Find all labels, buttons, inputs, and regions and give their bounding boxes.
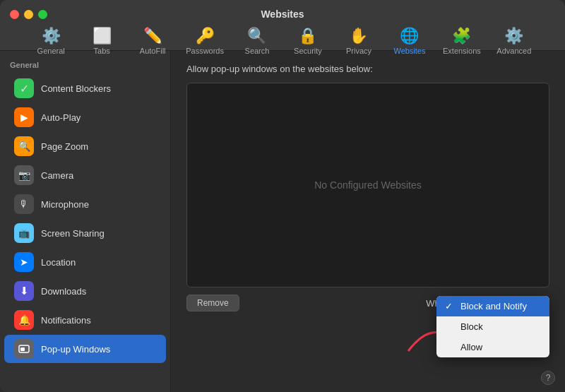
security-icon: 🔒 (298, 27, 317, 45)
dropdown-option-allow[interactable]: Allow (436, 337, 549, 357)
page-zoom-icon: 🔍 (14, 136, 34, 156)
window-title: Websites (261, 8, 304, 20)
toolbar-item-autofill[interactable]: ✏️ AutoFill (128, 24, 177, 58)
screen-sharing-label: Screen Sharing (41, 228, 105, 239)
tabs-label: Tabs (94, 47, 110, 55)
toolbar-item-general[interactable]: ⚙️ General (26, 24, 76, 58)
checkmark-icon: ✓ (445, 301, 456, 311)
popup-windows-icon (14, 339, 34, 359)
minimize-button[interactable] (24, 10, 33, 19)
dropdown-option-block[interactable]: Block (436, 316, 549, 337)
advanced-icon: ⚙️ (504, 27, 523, 45)
sidebar-item-location[interactable]: ➤ Location (4, 248, 166, 276)
sidebar-item-content-blockers[interactable]: ✓ Content Blockers (4, 74, 166, 102)
autofill-label: AutoFill (140, 47, 166, 55)
passwords-icon: 🔑 (196, 27, 215, 45)
title-bar: Websites ⚙️ General ⬜ Tabs ✏️ AutoFill 🔑… (0, 0, 565, 51)
sidebar-item-screen-sharing[interactable]: 📺 Screen Sharing (4, 219, 166, 247)
sidebar-item-notifications[interactable]: 🔔 Notifications (4, 306, 166, 334)
sidebar: General ✓ Content Blockers ▶ Auto-Play 🔍… (0, 51, 171, 392)
sidebar-item-popup-windows[interactable]: Pop-up Windows (4, 335, 166, 363)
extensions-icon: 🧩 (452, 27, 471, 45)
microphone-icon: 🎙 (14, 194, 34, 214)
content-blockers-icon: ✓ (14, 78, 34, 98)
sidebar-item-downloads[interactable]: ⬇ Downloads (4, 277, 166, 305)
allow-label: Allow (460, 342, 482, 352)
content-title: Allow pop-up windows on the websites bel… (186, 64, 549, 74)
sidebar-item-page-zoom[interactable]: 🔍 Page Zoom (4, 132, 166, 160)
remove-button[interactable]: Remove (186, 295, 239, 311)
search-icon: 🔍 (247, 27, 266, 45)
general-icon: ⚙️ (42, 27, 61, 45)
location-label: Location (41, 257, 76, 268)
bottom-bar: Remove When visiting other websites ✓ Bl… (186, 295, 549, 311)
downloads-icon: ⬇ (14, 281, 34, 301)
privacy-icon: ✋ (349, 27, 368, 45)
close-button[interactable] (10, 10, 19, 19)
maximize-button[interactable] (38, 10, 47, 19)
page-zoom-label: Page Zoom (41, 141, 88, 152)
sidebar-item-camera[interactable]: 📷 Camera (4, 161, 166, 189)
tabs-icon: ⬜ (93, 27, 112, 45)
block-label: Block (460, 321, 483, 332)
sidebar-item-microphone[interactable]: 🎙 Microphone (4, 190, 166, 218)
popup-windows-label: Pop-up Windows (41, 344, 110, 355)
camera-label: Camera (41, 170, 73, 181)
empty-state-label: No Configured Websites (314, 179, 421, 191)
no-checkmark-allow (445, 342, 456, 352)
notifications-icon: 🔔 (14, 310, 34, 330)
dropdown-option-block-notify[interactable]: ✓ Block and Notify (436, 296, 549, 316)
autofill-icon: ✏️ (143, 27, 162, 45)
window-controls (10, 10, 47, 19)
downloads-label: Downloads (41, 286, 86, 297)
microphone-label: Microphone (41, 199, 89, 210)
websites-icon: 🌐 (400, 27, 419, 45)
general-label: General (37, 47, 65, 55)
toolbar-item-tabs[interactable]: ⬜ Tabs (77, 24, 126, 58)
notifications-label: Notifications (41, 315, 91, 326)
websites-list: No Configured Websites (186, 83, 549, 287)
location-icon: ➤ (14, 252, 34, 272)
content-blockers-label: Content Blockers (41, 83, 111, 94)
auto-play-icon: ▶ (14, 107, 34, 127)
dropdown-menu[interactable]: ✓ Block and Notify Block Allow (436, 296, 549, 357)
camera-icon: 📷 (14, 165, 34, 185)
auto-play-label: Auto-Play (41, 112, 81, 123)
help-button[interactable]: ? (541, 371, 555, 385)
svg-rect-1 (20, 348, 25, 351)
sidebar-item-auto-play[interactable]: ▶ Auto-Play (4, 103, 166, 131)
main-area: General ✓ Content Blockers ▶ Auto-Play 🔍… (0, 51, 565, 392)
block-notify-label: Block and Notify (460, 301, 527, 311)
content-area: Allow pop-up windows on the websites bel… (171, 51, 565, 392)
screen-sharing-icon: 📺 (14, 223, 34, 243)
no-checkmark-block (445, 321, 456, 332)
